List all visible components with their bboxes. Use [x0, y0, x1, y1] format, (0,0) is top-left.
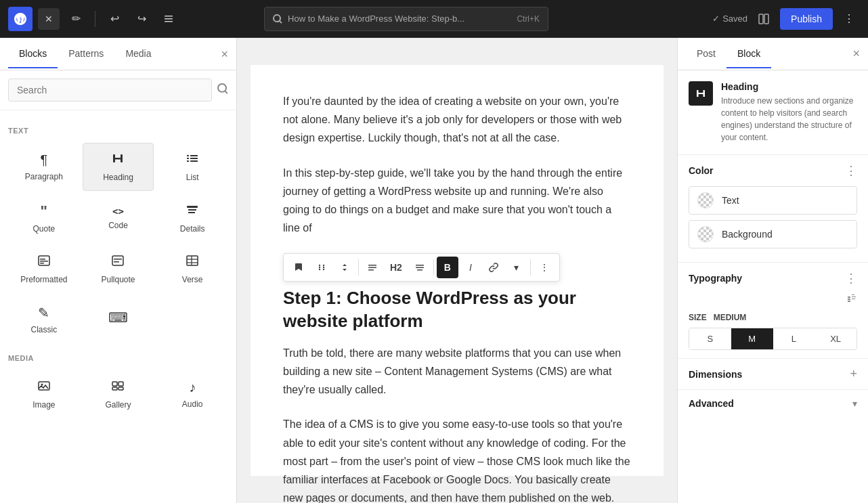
options-button[interactable]: ⋮ [838, 8, 860, 30]
block-list[interactable]: List [156, 143, 228, 191]
block-table[interactable]: Verse [156, 245, 228, 293]
undo-button[interactable]: ↩ [104, 8, 125, 30]
advanced-section[interactable]: Advanced ▾ [678, 390, 868, 417]
code-icon: <> [112, 206, 124, 217]
text-color-row[interactable]: Text [689, 186, 857, 215]
wp-logo[interactable] [8, 7, 32, 31]
keyboard-shortcut: Ctrl+K [517, 14, 540, 24]
sidebar-close-button[interactable]: × [221, 48, 228, 60]
block-code[interactable]: <> Code [83, 194, 154, 242]
right-sidebar-close-button[interactable]: × [852, 47, 860, 61]
paragraph-2: In this step-by-step guide, we'll take y… [283, 164, 631, 238]
size-xl-button[interactable]: XL [815, 328, 856, 349]
quote-icon: " [41, 202, 47, 220]
table-label: Verse [182, 275, 203, 284]
text-color-swatch [697, 192, 714, 209]
block-verse[interactable]: ✎ Classic [8, 296, 80, 343]
paragraph-4: The idea of a CMS is to give you some ea… [283, 415, 631, 503]
dropdown-button[interactable]: ▾ [506, 257, 527, 278]
color-more-button[interactable]: ⋮ [845, 163, 857, 178]
tab-patterns[interactable]: Patterns [58, 40, 114, 68]
svg-rect-3 [165, 21, 173, 22]
svg-rect-23 [114, 259, 122, 260]
size-adjust-icon[interactable] [846, 294, 857, 307]
preformatted-label: Preformatted [20, 275, 67, 284]
sidebar-content: TEXT ¶ Paragraph Heading [0, 110, 236, 503]
block-classic[interactable]: ⌨ [83, 296, 154, 343]
align-button[interactable] [362, 257, 383, 278]
bold-button[interactable]: B [437, 257, 458, 278]
post-title-text: How to Make a WordPress Website: Step-b.… [288, 14, 464, 24]
bookmark-button[interactable] [288, 257, 309, 278]
background-color-swatch [697, 226, 714, 242]
svg-rect-2 [165, 18, 173, 20]
advanced-title: Advanced [689, 398, 734, 409]
paragraph-label: Paragraph [25, 172, 63, 181]
align-options-button[interactable] [409, 257, 431, 278]
block-pullquote[interactable]: Pullquote [83, 245, 154, 293]
separator [358, 259, 359, 276]
typography-more-button[interactable]: ⋮ [845, 271, 857, 286]
edit-mode-button[interactable]: ✏ [65, 8, 87, 30]
size-s-button[interactable]: S [689, 328, 731, 349]
block-search-container [0, 70, 236, 110]
block-paragraph[interactable]: ¶ Paragraph [8, 143, 80, 191]
svg-rect-17 [188, 212, 195, 213]
more-options-button[interactable]: ⋮ [534, 257, 555, 278]
publish-button[interactable]: Publish [780, 8, 833, 30]
block-search-input[interactable] [8, 79, 212, 102]
quote-label: Quote [32, 224, 55, 234]
sidebar-tabs: Blocks Patterns Media × [0, 38, 236, 70]
redo-button[interactable]: ↪ [131, 8, 152, 30]
block-preformatted[interactable]: Preformatted [8, 245, 80, 293]
italic-button[interactable]: I [460, 257, 481, 278]
svg-rect-8 [113, 158, 123, 160]
list-view-button[interactable] [158, 8, 179, 30]
svg-rect-5 [764, 14, 768, 24]
tab-block[interactable]: Block [726, 40, 771, 68]
size-m-button[interactable]: M [731, 328, 773, 349]
size-l-button[interactable]: L [773, 328, 815, 349]
heading-level-button[interactable]: H2 [385, 257, 408, 278]
drag-handle-button[interactable] [311, 257, 332, 278]
tab-blocks[interactable]: Blocks [8, 40, 58, 68]
svg-rect-21 [40, 263, 44, 264]
divider [95, 11, 95, 27]
heading-text[interactable]: Step 1: Choose WordPress as your website… [283, 287, 631, 333]
block-audio[interactable]: ♪ Audio [156, 370, 228, 418]
gallery-label: Gallery [105, 400, 131, 410]
audio-label: Audio [182, 399, 203, 409]
block-image[interactable]: Image [8, 370, 80, 418]
background-color-row[interactable]: Background [689, 220, 857, 248]
move-up-down-button[interactable] [334, 257, 355, 278]
svg-rect-16 [188, 209, 196, 211]
topbar: ✕ ✏ ↩ ↪ How to Make a WordPress Website:… [0, 0, 868, 38]
dimensions-section[interactable]: Dimensions + [678, 359, 868, 390]
tab-media[interactable]: Media [114, 40, 162, 68]
color-section-header: Color ⋮ [689, 163, 857, 178]
close-panel-button[interactable]: ✕ [38, 8, 60, 30]
block-details[interactable]: Details [156, 194, 228, 242]
saved-status: ✓ Saved [712, 14, 747, 24]
dimensions-add-button[interactable]: + [850, 367, 857, 381]
svg-rect-45 [416, 267, 424, 269]
view-toggle-button[interactable] [753, 8, 775, 30]
tab-post[interactable]: Post [686, 40, 726, 68]
heading-icon [111, 152, 125, 169]
pullquote-icon [111, 254, 125, 271]
block-gallery[interactable]: Gallery [83, 370, 154, 418]
heading-block[interactable]: H2 B I [283, 253, 631, 333]
svg-rect-4 [759, 14, 763, 24]
block-heading[interactable]: Heading [83, 143, 154, 191]
text-color-label: Text [722, 195, 739, 206]
image-label: Image [32, 400, 55, 410]
content-area: If you're daunted by the idea of creatin… [237, 38, 677, 503]
separator-3 [530, 259, 531, 276]
svg-rect-13 [187, 160, 189, 162]
block-quote[interactable]: " Quote [8, 194, 80, 242]
post-title-search[interactable]: How to Make a WordPress Website: Step-b.… [264, 7, 548, 31]
list-icon [186, 152, 199, 169]
audio-icon: ♪ [189, 380, 196, 395]
svg-point-40 [323, 269, 324, 270]
link-button[interactable] [483, 257, 504, 278]
